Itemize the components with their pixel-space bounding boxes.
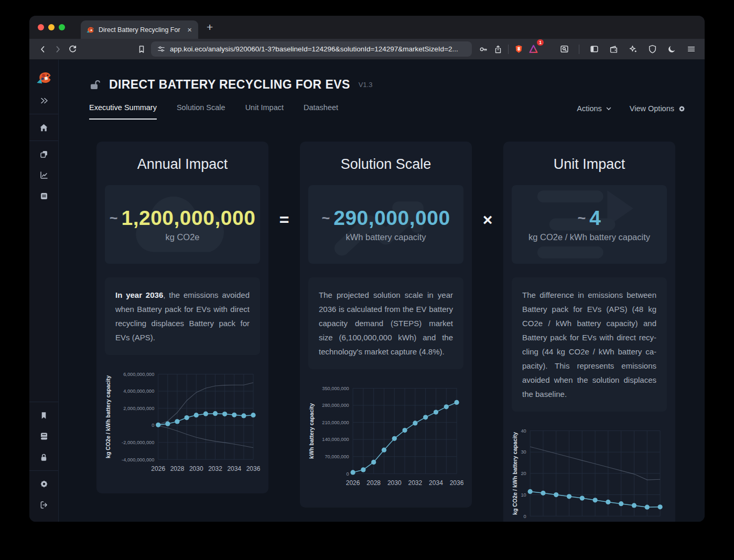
sparkle-icon[interactable] [625, 42, 640, 57]
reload-icon[interactable] [65, 42, 80, 57]
forward-icon[interactable] [50, 42, 65, 57]
lock-icon[interactable] [29, 447, 58, 468]
home-icon[interactable] [29, 117, 58, 138]
koi-favicon [86, 26, 94, 34]
solution-scale-description: The projected solution scale in year 203… [308, 277, 463, 369]
svg-text:40: 40 [521, 428, 526, 434]
view-options-button[interactable]: View Options [630, 104, 686, 113]
leo-ai-icon[interactable]: 1 [526, 42, 541, 57]
view-options-label: View Options [630, 104, 674, 113]
menu-icon[interactable] [684, 42, 698, 57]
bookmark-icon[interactable] [134, 42, 149, 57]
tab-strip: Direct Battery Recycling For EVs × + [29, 16, 705, 39]
logout-icon[interactable] [29, 494, 58, 515]
svg-text:2034: 2034 [429, 479, 443, 487]
svg-text:kg CO2e / kWh battery capacity: kg CO2e / kWh battery capacity [512, 432, 518, 515]
unit-impact-value: 4 [589, 207, 601, 230]
summary-cards: Annual Impact ~ 1,200,000,000 kg CO2e In… [96, 142, 686, 522]
svg-text:210,000,000: 210,000,000 [322, 420, 349, 425]
svg-text:10: 10 [521, 492, 526, 498]
koi-logo[interactable] [29, 65, 58, 90]
saved-bookmark-icon[interactable] [29, 405, 58, 426]
tab-solution-scale[interactable]: Solution Scale [177, 103, 225, 120]
card-title: Annual Impact [105, 156, 260, 173]
svg-text:6,000,000,000: 6,000,000,000 [123, 372, 154, 377]
unit-impact-card: Unit Impact ~ 4 kg CO2e / kWh battery ca… [503, 142, 675, 522]
moon-icon[interactable] [664, 42, 679, 57]
svg-text:0: 0 [347, 471, 349, 477]
wallet-icon[interactable] [606, 42, 621, 57]
main-panel: DIRECT BATTERY RECYCLING FOR EVS V1.3 Ex… [59, 60, 705, 522]
sidebar-divider-2 [29, 141, 58, 141]
svg-text:350,000,000: 350,000,000 [322, 386, 349, 391]
archive-icon[interactable] [29, 186, 58, 207]
unlock-icon [89, 79, 101, 91]
window-controls [29, 16, 70, 39]
tab-close-icon[interactable]: × [186, 26, 193, 34]
sidebar-toggle-icon[interactable] [587, 42, 601, 57]
tab-unit-impact[interactable]: Unit Impact [245, 103, 284, 120]
annual-impact-value: 1,200,000,000 [121, 207, 255, 230]
svg-text:2,000,000,000: 2,000,000,000 [123, 406, 154, 411]
chevron-down-icon [606, 105, 612, 112]
sidebar-divider [29, 114, 58, 114]
brave-shield-icon[interactable] [511, 42, 526, 57]
tab-datasheet[interactable]: Datasheet [304, 103, 338, 120]
actions-label: Actions [577, 104, 602, 113]
card-title: Unit Impact [512, 156, 667, 173]
unit-impact-description: The difference in emissions between Batt… [512, 277, 667, 412]
multiply-sign: × [483, 210, 493, 230]
new-tab-button[interactable]: + [207, 21, 213, 34]
svg-text:0: 0 [152, 423, 154, 428]
sidebar-divider-3 [29, 402, 58, 402]
chart-icon[interactable] [29, 165, 58, 186]
pages-icon[interactable] [29, 144, 58, 165]
actions-menu[interactable]: Actions [577, 104, 612, 113]
card-title: Solution Scale [308, 156, 463, 173]
toolbar-divider [508, 45, 509, 54]
svg-text:4,000,000,000: 4,000,000,000 [123, 389, 154, 394]
approx-tilde: ~ [578, 210, 586, 227]
book-icon[interactable] [29, 426, 58, 447]
unit-impact-unit: kg CO2e / kWh battery capacity [528, 232, 650, 242]
page-title: DIRECT BATTERY RECYCLING FOR EVS [109, 78, 350, 92]
gear-icon[interactable] [29, 473, 58, 494]
svg-text:2032: 2032 [208, 465, 222, 472]
browser-window: Direct Battery Recycling For EVs × + app… [29, 16, 705, 522]
browser-tab[interactable]: Direct Battery Recycling For EVs × [81, 20, 198, 39]
shield-icon[interactable] [645, 42, 660, 57]
url-bar[interactable]: app.koi.eco/analysis/920060/1-3?baseline… [151, 41, 472, 57]
svg-text:2030: 2030 [189, 465, 203, 472]
back-icon[interactable] [36, 42, 50, 57]
svg-text:30: 30 [521, 449, 526, 455]
maximize-window-button[interactable] [59, 24, 65, 30]
close-window-button[interactable] [38, 24, 44, 30]
svg-text:2032: 2032 [408, 479, 423, 487]
key-icon[interactable] [476, 42, 491, 57]
equals-operator: = [268, 210, 300, 230]
sidebar-divider-4 [29, 470, 58, 471]
svg-text:-2,000,000,000: -2,000,000,000 [122, 440, 154, 445]
svg-text:140,000,000: 140,000,000 [322, 437, 349, 442]
site-settings-icon[interactable] [157, 45, 165, 53]
annual-impact-stat: ~ 1,200,000,000 kg CO2e [105, 185, 260, 264]
expand-sidebar-icon[interactable] [29, 90, 58, 111]
svg-text:2036: 2036 [246, 465, 260, 472]
unit-impact-stat: ~ 4 kg CO2e / kWh battery capacity [512, 185, 667, 264]
description-text: The projected solution scale in year 203… [319, 290, 453, 356]
svg-text:2028: 2028 [366, 479, 381, 487]
minimize-window-button[interactable] [48, 24, 55, 30]
svg-text:2026: 2026 [151, 465, 165, 472]
toolbar-divider-2 [579, 45, 579, 54]
solution-scale-chart: 350,000,000280,000,000210,000,000140,000… [308, 381, 463, 499]
approx-tilde: ~ [321, 210, 330, 227]
share-icon[interactable] [491, 42, 505, 57]
svg-text:280,000,000: 280,000,000 [322, 403, 349, 408]
solution-scale-stat: ~ 290,000,000 kWh battery capacity [308, 185, 463, 264]
tab-executive-summary[interactable]: Executive Summary [89, 103, 157, 120]
search-box-icon[interactable] [557, 42, 571, 57]
multiply-operator: × [472, 210, 503, 230]
unit-impact-chart: 403020100202620282030203220342036kg CO2e… [512, 423, 667, 522]
leo-badge: 1 [537, 39, 544, 46]
svg-text:-4,000,000,000: -4,000,000,000 [122, 457, 154, 462]
